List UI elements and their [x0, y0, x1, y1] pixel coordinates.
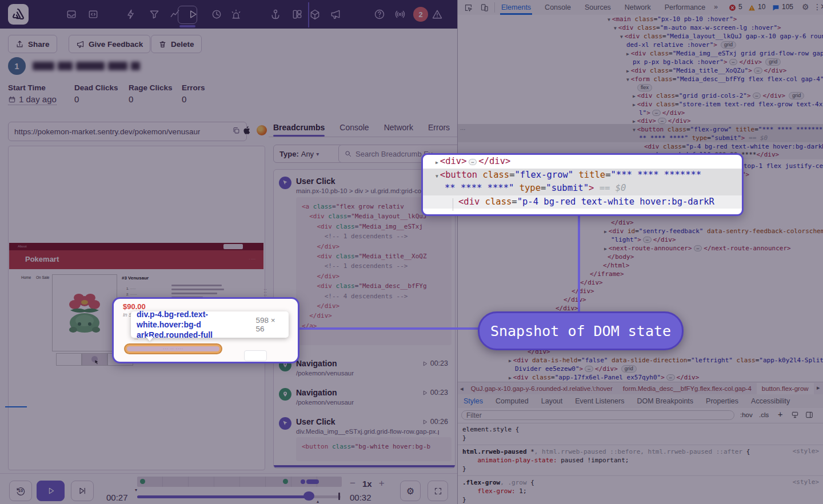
tooltip-arrow	[146, 337, 154, 341]
inspected-selector: arkRed.rounded-full	[137, 330, 256, 340]
preview-zoom-reset-button[interactable]	[244, 350, 267, 361]
dim-overlay	[0, 0, 823, 504]
ellipsis-dots: ...	[134, 335, 138, 341]
replay-spotlight-popup: $90.00 In Stock div.p-4.bg-red.text-whit…	[112, 297, 299, 363]
inspected-selector: div.p-4.bg-red.text-white.hover:bg-d	[137, 309, 256, 330]
dom-snapshot-popup: ▶<div>…</div>▼<button class="flex-grow" …	[421, 153, 744, 216]
dom-popup-row[interactable]: <div class="p-4 bg-red text-white hover:…	[423, 195, 742, 209]
callout-label: Snapshot of DOM state	[490, 323, 671, 339]
highlighted-element[interactable]: ··· ·· ····	[124, 343, 222, 354]
dom-popup-row[interactable]: ** **** ****" type="submit"> == $0	[423, 182, 742, 195]
dom-popup-row[interactable]: ▼<button class="flex-grow" title="*** **…	[423, 169, 742, 182]
callout-connector-horizontal	[295, 327, 484, 330]
snapshot-callout: Snapshot of DOM state	[478, 311, 684, 350]
dom-popup-row[interactable]: ▶<div>…</div>	[423, 155, 742, 169]
masked-button-text: ··· ·· ····	[127, 346, 219, 351]
indent-guide	[453, 198, 453, 211]
callout-connector-vertical	[578, 211, 580, 314]
inspect-tooltip: div.p-4.bg-red.text-white.hover:bg-d ark…	[131, 311, 289, 338]
element-dimensions: 598 × 56	[256, 316, 289, 333]
